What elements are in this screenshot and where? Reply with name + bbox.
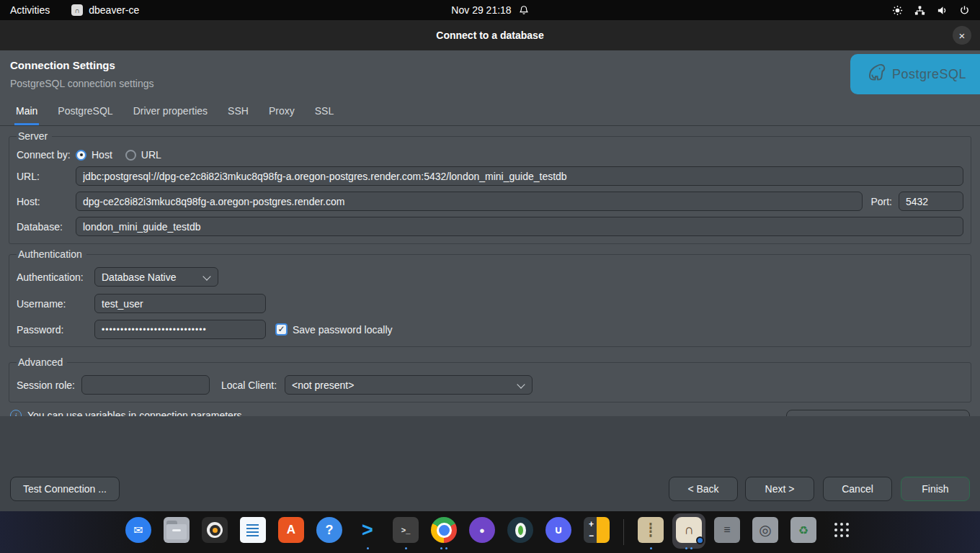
advanced-group-label: Advanced <box>17 356 67 368</box>
test-connection-button[interactable]: Test Connection ... <box>10 477 120 501</box>
session-role-input[interactable] <box>81 375 210 395</box>
tab-ssh[interactable]: SSH <box>226 99 250 125</box>
dock-discord[interactable]: ∪ <box>543 513 574 551</box>
page-title: Connection Settings <box>10 59 970 71</box>
system-top-bar: Activities ∩ dbeaver-ce Nov 29 21:18 <box>0 0 980 20</box>
libreoffice-writer-icon <box>240 517 266 543</box>
dock-archive-manager[interactable]: ┋ <box>636 513 666 551</box>
focused-app-menu[interactable]: ∩ dbeaver-ce <box>71 4 139 16</box>
advanced-group: Advanced Session role: Local Client: <no… <box>9 356 971 403</box>
database-input[interactable] <box>76 217 963 236</box>
bell-icon <box>519 5 529 15</box>
local-client-select-value: <not present> <box>292 379 354 391</box>
dock-appimage-launcher[interactable]: ≡ <box>712 513 742 551</box>
calculator-icon <box>584 517 610 543</box>
tab-driver-properties[interactable]: Driver properties <box>132 99 209 125</box>
close-icon[interactable]: × <box>953 26 971 45</box>
dock-github-desktop[interactable]: ● <box>467 513 497 551</box>
authentication-select[interactable]: Database Native <box>94 267 218 287</box>
dock-thunderbird[interactable]: ✉ <box>123 513 153 551</box>
port-input[interactable] <box>899 192 963 211</box>
local-client-select[interactable]: <not present> <box>285 375 533 395</box>
dock-gnome-disks[interactable]: ◎ <box>750 513 780 551</box>
tab-postgresql[interactable]: PostgreSQL <box>56 99 114 125</box>
authentication-group-label: Authentication <box>17 248 86 260</box>
username-input[interactable] <box>94 294 266 313</box>
host-radio[interactable] <box>76 150 86 161</box>
session-role-label: Session role: <box>17 379 81 391</box>
port-label: Port: <box>870 196 892 207</box>
dock-files[interactable] <box>161 513 192 551</box>
finish-button[interactable]: Finish <box>901 477 970 501</box>
archive-manager-icon: ┋ <box>638 517 664 543</box>
host-label: Host: <box>17 196 76 207</box>
connection-settings-page: Connection Settings PostgreSQL connectio… <box>0 50 980 416</box>
variables-hint-text: You can use variables in connection para… <box>27 410 242 416</box>
authentication-label: Authentication: <box>17 271 94 283</box>
page-subtitle: PostgreSQL connection settings <box>10 78 970 89</box>
dock-help[interactable]: ? <box>314 513 344 551</box>
database-label: Database: <box>17 221 76 233</box>
url-input[interactable] <box>76 166 963 186</box>
url-radio-label[interactable]: URL <box>141 149 161 161</box>
files-icon <box>164 517 190 543</box>
url-radio[interactable] <box>125 150 136 161</box>
dock-dbeaver[interactable]: ∩ <box>674 513 704 551</box>
dock-app-grid[interactable] <box>827 513 857 551</box>
server-group-label: Server <box>17 130 52 142</box>
terminal-icon: >_ <box>393 517 419 543</box>
dock-chrome[interactable] <box>429 513 459 551</box>
volume-icon[interactable] <box>937 5 948 16</box>
appimage-launcher-icon: ≡ <box>714 517 740 543</box>
power-icon[interactable] <box>959 5 970 16</box>
password-input[interactable] <box>94 320 266 339</box>
username-label: Username: <box>17 298 94 310</box>
activities-button[interactable]: Activities <box>10 4 50 16</box>
thunderbird-icon: ✉ <box>125 517 151 543</box>
github-desktop-icon: ● <box>469 517 495 543</box>
app-grid-icon <box>829 517 855 543</box>
dialog-button-area: Test Connection ... < Back Next > Cancel… <box>0 416 980 511</box>
host-input[interactable] <box>76 192 863 211</box>
dock-libreoffice-writer[interactable] <box>238 513 268 551</box>
next-button[interactable]: Next > <box>745 477 814 501</box>
rhythmbox-icon <box>202 517 228 543</box>
connect-by-label: Connect by: <box>17 149 76 161</box>
local-client-label: Local Client: <box>221 379 285 391</box>
tab-main[interactable]: Main <box>14 99 39 125</box>
dock-calculator[interactable] <box>582 513 612 551</box>
dock-vscode[interactable]: > <box>352 513 383 551</box>
dock-mongodb-compass[interactable] <box>505 513 535 551</box>
dock: ✉A?>>_●∪┋∩≡◎♻ <box>0 511 980 553</box>
clock[interactable]: Nov 29 21:18 <box>451 4 511 16</box>
dbeaver-badge <box>696 536 704 544</box>
ubuntu-software-icon: A <box>278 517 304 543</box>
network-icon[interactable] <box>914 5 925 16</box>
host-radio-label[interactable]: Host <box>92 149 112 161</box>
tab-proxy[interactable]: Proxy <box>267 99 296 125</box>
url-label: URL: <box>17 171 76 182</box>
connection-details-button[interactable]: Connection details (name, type, ... ) <box>786 410 970 416</box>
dialog-title: Connect to a database <box>436 30 543 41</box>
cancel-button[interactable]: Cancel <box>823 477 892 501</box>
brightness-icon[interactable] <box>892 5 903 16</box>
dock-trash[interactable]: ♻ <box>788 513 819 551</box>
dock-terminal[interactable]: >_ <box>391 513 421 551</box>
postgresql-logo: PostgreSQL <box>850 54 980 94</box>
info-icon: i <box>10 410 22 416</box>
dialog-title-bar: Connect to a database × <box>0 20 980 50</box>
tab-ssl[interactable]: SSL <box>313 99 335 125</box>
server-group: Server Connect by: Host URL URL: Host: P… <box>9 130 971 244</box>
mongodb-compass-icon <box>507 517 533 543</box>
vscode-icon: > <box>355 517 380 543</box>
tab-bar: Main PostgreSQL Driver properties SSH Pr… <box>0 99 980 126</box>
password-label: Password: <box>17 324 94 336</box>
dock-ubuntu-software[interactable]: A <box>276 513 306 551</box>
trash-icon: ♻ <box>790 517 816 543</box>
dock-rhythmbox[interactable] <box>200 513 230 551</box>
save-password-label[interactable]: Save password locally <box>293 324 393 336</box>
save-password-checkbox[interactable]: ✓ <box>275 323 288 336</box>
authentication-group: Authentication Authentication: Database … <box>9 248 971 347</box>
back-button[interactable]: < Back <box>669 477 738 501</box>
chrome-icon <box>431 517 457 543</box>
